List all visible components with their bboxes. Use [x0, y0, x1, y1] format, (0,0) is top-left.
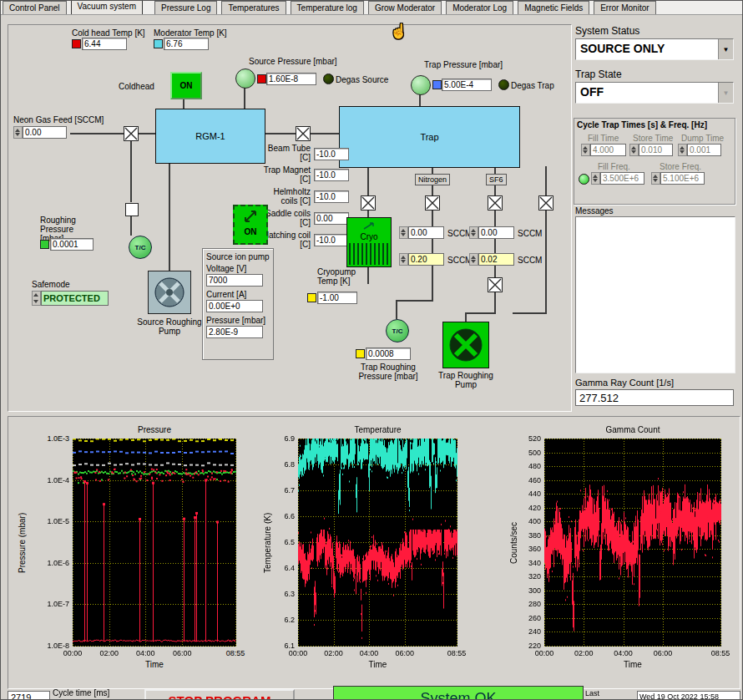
spinner-icon[interactable] — [591, 172, 600, 185]
store-freq-value[interactable]: 5.100E+6 — [660, 172, 705, 185]
trap-magnet-label: Trap Magnet [C] — [259, 165, 311, 184]
y-tick-label: 420 — [504, 504, 541, 512]
y-tick-label: 260 — [504, 614, 541, 622]
flow-value-2[interactable]: 0.00 — [478, 226, 514, 239]
valve-icon[interactable] — [124, 126, 139, 141]
helmholtz-value: -10.0 — [314, 190, 349, 203]
spinner-icon[interactable] — [469, 253, 478, 266]
valve-closed-icon[interactable] — [125, 203, 139, 216]
source-roughing-pump-icon[interactable] — [148, 271, 191, 314]
system-status-dropdown[interactable]: SOURCE ONLY ▼ — [575, 38, 734, 60]
store-time-value[interactable]: 0.010 — [639, 144, 673, 156]
y-tick-label: 440 — [504, 489, 541, 498]
neon-feed-value[interactable]: 0.00 — [23, 126, 67, 139]
fill-freq-label: Fill Freq. — [598, 162, 630, 171]
store-time-control[interactable]: 0.010 — [629, 144, 673, 156]
cryopump-temp-chip — [307, 293, 316, 302]
helmholtz-label: Helmholtz coils [C] — [257, 187, 311, 205]
coldhead-label: Coldhead — [119, 82, 154, 91]
spinner-icon[interactable] — [399, 253, 408, 266]
tab-moderator-log[interactable]: Moderator Log — [446, 1, 513, 14]
fill-freq-control[interactable]: 3.500E+6 — [591, 172, 644, 185]
spinner-icon[interactable] — [469, 226, 478, 239]
thermocouple-icon[interactable]: T/C — [386, 319, 409, 342]
tab-magnetic-fields[interactable]: Magnetic Fields — [518, 1, 589, 14]
cold-head-color-chip — [72, 39, 81, 48]
safemode-control[interactable]: PROTECTED — [32, 291, 109, 306]
spinner-icon[interactable] — [678, 144, 687, 156]
moderator-temp-label: Moderator Temp [K] — [154, 28, 227, 38]
trap-roughing-chip — [356, 349, 365, 358]
valve-icon[interactable] — [425, 195, 440, 211]
store-freq-control[interactable]: 5.100E+6 — [651, 172, 705, 185]
gamma-count-chart: Gamma Count Counts/sec Time 520500480460… — [8, 417, 740, 688]
ion-pump-title: Source ion pump — [206, 252, 270, 261]
chevron-down-icon[interactable]: ▼ — [718, 39, 733, 59]
hand-cursor-icon: ☝ — [390, 23, 407, 40]
safemode-state[interactable]: PROTECTED — [41, 291, 109, 306]
chevron-down-icon[interactable]: ▼ — [718, 83, 733, 103]
x-tick-label: 02:00 — [567, 649, 600, 657]
trap-vessel: Trap — [339, 106, 520, 168]
degas-source-led[interactable] — [323, 74, 334, 84]
y-tick-label: 280 — [504, 600, 541, 608]
valve-icon[interactable] — [488, 195, 503, 211]
nitrogen-tag[interactable]: Nitrogen — [415, 174, 450, 185]
rgm1-vessel: RGM-1 — [155, 109, 265, 164]
y-tick-label: 400 — [504, 517, 541, 525]
neon-feed-label: Neon Gas Feed [SCCM] — [13, 115, 104, 124]
stop-program-button[interactable]: STOP PROGRAM — [144, 689, 295, 700]
tab-vacuum-system[interactable]: Vacuum system — [71, 0, 143, 14]
valve-icon[interactable] — [538, 195, 553, 211]
tab-grow-moderator[interactable]: Grow Moderator — [368, 1, 442, 14]
spinner-icon[interactable] — [651, 172, 660, 185]
flow-control-1[interactable]: 0.00 — [399, 226, 444, 239]
flow-control-3[interactable]: 0.20 — [399, 253, 444, 266]
tab-pressure-log[interactable]: Pressure Log — [154, 1, 217, 14]
spinner-icon[interactable] — [399, 226, 408, 239]
dump-time-value[interactable]: 0.001 — [687, 144, 721, 156]
y-tick-label: 240 — [504, 627, 541, 636]
tab-temperature-log[interactable]: Temperature log — [291, 1, 364, 14]
cycle-time-value: 2719 — [8, 691, 50, 700]
trap-pump-label: Trap Roughing Pump — [436, 371, 496, 389]
coldhead-on-button[interactable]: ON — [170, 72, 202, 99]
neon-feed-control[interactable]: 0.00 — [13, 126, 67, 139]
cryo-pump[interactable]: Cryo — [346, 217, 392, 267]
dump-time-label: Dump Time — [681, 134, 724, 143]
spinner-icon[interactable] — [629, 144, 639, 156]
fill-time-label: Fill Time — [588, 134, 619, 143]
tab-temperatures[interactable]: Temperatures — [221, 1, 286, 14]
trap-state-dropdown[interactable]: OFF ▼ — [575, 82, 734, 104]
fill-freq-value[interactable]: 3.500E+6 — [600, 172, 644, 185]
tab-error-monitor[interactable]: Error Monitor — [594, 1, 655, 14]
flow-control-2[interactable]: 0.00 — [469, 226, 514, 239]
flow-value-1[interactable]: 0.00 — [408, 226, 444, 239]
spinner-icon[interactable] — [581, 144, 590, 156]
valve-icon[interactable] — [296, 126, 311, 141]
degas-trap-led[interactable] — [498, 79, 509, 90]
fill-time-value[interactable]: 4.000 — [590, 144, 626, 156]
ion-pump-voltage: 7000 — [206, 274, 263, 287]
messages-label: Messages — [575, 206, 614, 216]
trap-roughing-pump-icon[interactable] — [442, 322, 489, 368]
gamma-count-label: Gamma Ray Count [1/s] — [575, 378, 674, 388]
flow-value-3[interactable]: 0.20 — [408, 253, 444, 266]
spinner-icon[interactable] — [13, 126, 23, 139]
sf6-tag[interactable]: SF6 — [486, 174, 507, 185]
cryo-grill-icon — [349, 243, 389, 265]
valve-icon[interactable] — [488, 277, 503, 292]
flow-value-4[interactable]: 0.02 — [478, 253, 514, 266]
spinner-icon[interactable] — [32, 291, 41, 306]
cycle-trap-title: Cycle Trap Times [s] & Freq. [Hz] — [577, 120, 707, 129]
thermocouple-icon[interactable]: T/C — [129, 236, 152, 259]
valve-icon[interactable] — [361, 195, 376, 211]
dump-time-control[interactable]: 0.001 — [678, 144, 721, 156]
fill-time-control[interactable]: 4.000 — [581, 144, 626, 156]
ion-pump-switch[interactable]: ON — [233, 205, 268, 245]
y-tick-label: 480 — [504, 462, 541, 470]
tab-control-panel[interactable]: Control Panel — [3, 1, 67, 14]
y-tick-label: 500 — [504, 449, 541, 457]
matching-value: -10.0 — [314, 234, 349, 246]
flow-control-4[interactable]: 0.02 — [469, 253, 514, 266]
